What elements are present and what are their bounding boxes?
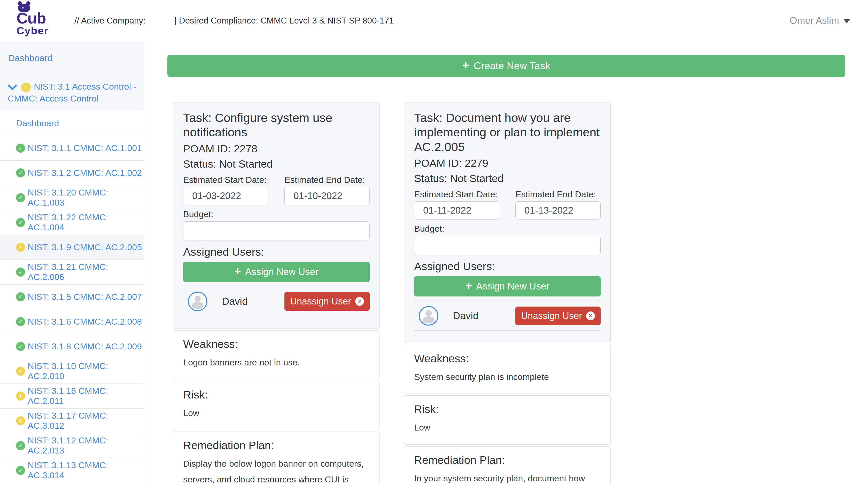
sidebar-item-dashboard-top[interactable]: Dashboard xyxy=(0,41,144,75)
check-circle-icon: ✓ xyxy=(16,218,25,227)
task-cards-row: Task: Configure system use notifications… xyxy=(173,102,868,485)
start-date-input[interactable] xyxy=(414,201,499,220)
sidebar-dashboard-link[interactable]: Dashboard xyxy=(8,53,53,63)
risk-heading: Risk: xyxy=(414,403,601,416)
user-menu[interactable]: Omer Aslim xyxy=(790,15,850,26)
start-date-label: Estimated Start Date: xyxy=(414,189,499,199)
chevron-down-icon xyxy=(844,20,850,23)
warning-circle-icon: ! xyxy=(16,391,25,400)
user-menu-name: Omer Aslim xyxy=(790,15,839,26)
end-date-input[interactable] xyxy=(284,187,370,205)
assigned-user-name: David xyxy=(222,296,248,307)
sidebar-item-ac-2-013[interactable]: ✓ NIST: 3.1.12 CMMC: AC.2.013 xyxy=(0,433,144,458)
check-circle-icon: ✓ xyxy=(16,317,25,326)
assigned-user-row: David Unassign User ✕ xyxy=(414,306,601,326)
task-title: Task: Configure system use notifications xyxy=(183,110,370,140)
sidebar-item-ac-2-006[interactable]: ✓ NIST: 3.1.21 CMMC: AC.2.006 xyxy=(0,260,144,284)
budget-label: Budget: xyxy=(183,209,370,219)
start-date-input[interactable] xyxy=(183,187,269,205)
poam-id: POAM ID: 2278 xyxy=(183,143,370,155)
warning-circle-icon: ! xyxy=(16,367,25,376)
end-date-input[interactable] xyxy=(516,201,601,220)
task-status: Status: Not Started xyxy=(183,158,370,170)
plus-icon: + xyxy=(465,280,472,292)
times-circle-icon: ✕ xyxy=(355,297,364,306)
sidebar-item-ac-1-001[interactable]: ✓ NIST: 3.1.1 CMMC: AC.1.001 xyxy=(0,136,144,160)
sidebar-item-partial xyxy=(0,483,144,485)
plus-icon: + xyxy=(462,60,469,71)
budget-input[interactable] xyxy=(183,221,370,240)
task-card: Task: Configure system use notifications… xyxy=(173,102,380,485)
task-title: Task: Document how you are implementing … xyxy=(414,110,601,154)
sidebar-item-ac-2-011[interactable]: ! NIST: 3.1.16 CMMC: AC.2.011 xyxy=(0,384,144,408)
warning-circle-icon: ! xyxy=(16,416,25,425)
end-date-label: Estimated End Date: xyxy=(284,175,370,185)
task-card-details: Task: Document how you are implementing … xyxy=(404,102,611,343)
weakness-text: Logon banners are not in use. xyxy=(183,355,370,370)
times-circle-icon: ✕ xyxy=(586,312,595,320)
sidebar: Dashboard !NIST: 3.1 Access Control - CM… xyxy=(0,41,144,485)
weakness-section: Weakness: Logon banners are not in use. xyxy=(173,330,380,379)
divider xyxy=(183,287,370,287)
sidebar-item-ac-2-010[interactable]: ! NIST: 3.1.10 CMMC: AC.2.010 xyxy=(0,359,144,384)
avatar xyxy=(188,292,208,311)
sidebar-item-dashboard-sub[interactable]: Dashboard xyxy=(0,111,144,136)
sidebar-item-ac-2-009[interactable]: ✓ NIST: 3.1.8 CMMC: AC.2.009 xyxy=(0,334,144,359)
poam-id: POAM ID: 2279 xyxy=(414,157,601,169)
start-date-label: Estimated Start Date: xyxy=(183,175,269,185)
remediation-heading: Remediation Plan: xyxy=(183,439,370,452)
budget-label: Budget: xyxy=(414,224,601,234)
logo-text-cub: Cub xyxy=(17,11,68,26)
assign-new-user-button[interactable]: + Assign New User xyxy=(414,276,601,296)
assigned-users-heading: Assigned Users: xyxy=(183,246,370,258)
remediation-section: Remediation Plan: In your system securit… xyxy=(404,446,611,485)
assign-new-user-button[interactable]: + Assign New User xyxy=(183,262,370,282)
desired-compliance-label: | Desired Compliance: CMMC Level 3 & NIS… xyxy=(175,16,394,26)
cubcyber-logo: Cub Cyber xyxy=(17,5,68,36)
sidebar-item-ac-1-004[interactable]: ✓ NIST: 3.1.22 CMMC: AC.1.004 xyxy=(0,210,144,235)
sidebar-control-list: Dashboard ✓ NIST: 3.1.1 CMMC: AC.1.001 ✓… xyxy=(0,111,144,485)
unassign-user-button[interactable]: Unassign User ✕ xyxy=(284,292,370,311)
sidebar-item-ac-3-014[interactable]: ✓ NIST: 3.1.13 CMMC: AC.3.014 xyxy=(0,458,144,483)
end-date-label: Estimated End Date: xyxy=(516,189,601,199)
main-content: + Create New Task Task: Configure system… xyxy=(144,41,868,485)
check-circle-icon: ✓ xyxy=(16,267,25,277)
sidebar-item-ac-1-003[interactable]: ✓ NIST: 3.1.20 CMMC: AC.1.003 xyxy=(0,185,144,210)
assigned-user-name: David xyxy=(453,310,479,322)
remediation-section: Remediation Plan: Display the below logo… xyxy=(173,431,380,485)
sidebar-item-ac-3-012[interactable]: ! NIST: 3.1.17 CMMC: AC.3.012 xyxy=(0,408,144,433)
create-new-task-button[interactable]: + Create New Task xyxy=(167,55,845,77)
check-circle-icon: ✓ xyxy=(16,168,25,177)
task-card: Task: Document how you are implementing … xyxy=(404,102,611,485)
sidebar-item-ac-2-007[interactable]: ✓ NIST: 3.1.5 CMMC: AC.2.007 xyxy=(0,284,144,309)
weakness-section: Weakness: System security plan is incomp… xyxy=(404,345,611,394)
risk-heading: Risk: xyxy=(183,388,370,401)
check-circle-icon: ✓ xyxy=(16,441,25,450)
weakness-heading: Weakness: xyxy=(414,352,601,365)
sidebar-item-ac-1-002[interactable]: ✓ NIST: 3.1.2 CMMC: AC.1.002 xyxy=(0,160,144,185)
budget-input[interactable] xyxy=(414,236,601,255)
create-new-task-label: Create New Task xyxy=(474,60,550,71)
risk-section: Risk: Low xyxy=(173,381,380,430)
warning-circle-icon: ! xyxy=(21,83,31,92)
sidebar-item-ac-2-005-selected[interactable]: ! NIST: 3.1.9 CMMC: AC.2.005 xyxy=(0,235,144,260)
check-circle-icon: ✓ xyxy=(16,466,25,475)
unassign-user-button[interactable]: Unassign User ✕ xyxy=(516,306,601,325)
plus-icon: + xyxy=(234,266,241,277)
bear-cub-icon xyxy=(18,4,30,12)
sidebar-group-access-control[interactable]: !NIST: 3.1 Access Control - CMMC: Access… xyxy=(0,75,144,111)
header-context: // Active Company: | Desired Compliance:… xyxy=(74,16,394,26)
sidebar-item-ac-2-008[interactable]: ✓ NIST: 3.1.6 CMMC: AC.2.008 xyxy=(0,309,144,334)
check-circle-icon: ✓ xyxy=(16,342,25,351)
task-card-details: Task: Configure system use notifications… xyxy=(173,102,380,329)
check-circle-icon: ✓ xyxy=(16,193,25,202)
divider xyxy=(414,301,601,301)
risk-text: Low xyxy=(183,405,370,421)
app-header: Cub Cyber // Active Company: | Desired C… xyxy=(0,0,868,41)
warning-circle-icon: ! xyxy=(16,243,25,252)
weakness-text: System security plan is incomplete xyxy=(414,369,601,385)
chevron-down-icon xyxy=(8,84,17,90)
assigned-users-heading: Assigned Users: xyxy=(414,260,601,273)
divider xyxy=(183,316,370,316)
remediation-text: Display the below logon banner on comput… xyxy=(183,456,370,485)
